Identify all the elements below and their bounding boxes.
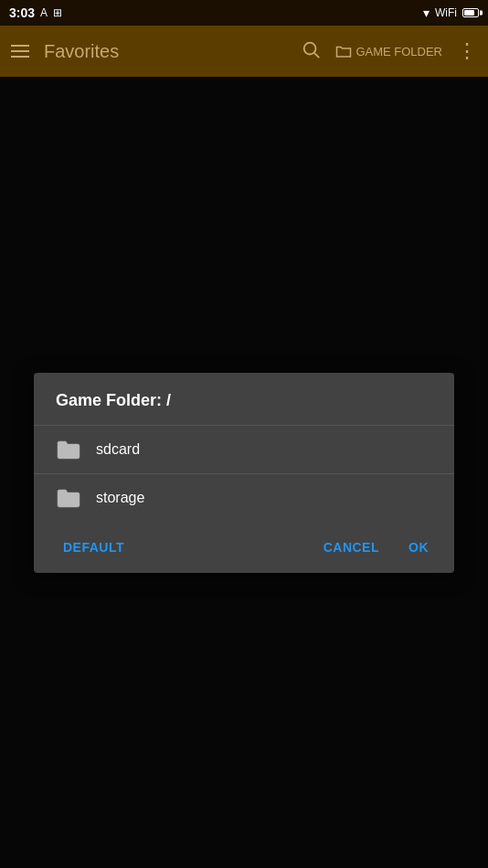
folder-icon (56, 487, 81, 509)
dialog-actions-right: CANCEL OK (313, 533, 440, 562)
game-folder-label: GAME FOLDER (355, 45, 442, 58)
toolbar-title: Favorites (44, 41, 286, 62)
wifi-icon: ▾ (423, 5, 430, 20)
svg-point-0 (304, 42, 316, 54)
status-icon-a: A (40, 6, 48, 19)
svg-line-1 (315, 53, 320, 58)
dialog-title: Game Folder: / (34, 373, 454, 425)
search-icon[interactable] (301, 39, 321, 64)
folder-icon (56, 439, 81, 460)
storage-label: storage (96, 490, 144, 506)
toolbar-actions: GAME FOLDER ⋮ (301, 39, 477, 64)
game-folder-button[interactable]: GAME FOLDER (335, 44, 442, 58)
more-icon[interactable]: ⋮ (457, 39, 477, 63)
battery-icon (462, 8, 479, 17)
list-item[interactable]: storage (34, 473, 454, 522)
dialog-actions: DEFAULT CANCEL OK (34, 522, 454, 573)
dialog-overlay: Game Folder: / sdcard (0, 77, 488, 868)
status-icon-grid: ⊞ (53, 6, 62, 19)
list-item[interactable]: sdcard (34, 425, 454, 473)
main-content: Game Folder: / sdcard (0, 77, 488, 868)
default-button[interactable]: DEFAULT (56, 533, 132, 562)
menu-icon[interactable] (11, 45, 29, 58)
status-time: 3:03 (9, 5, 35, 20)
wifi-signal-icon: WiFi (435, 6, 457, 19)
status-bar-left: 3:03 A ⊞ (9, 5, 62, 20)
status-bar-right: ▾ WiFi (423, 5, 479, 20)
ok-button[interactable]: OK (398, 533, 440, 562)
status-bar: 3:03 A ⊞ ▾ WiFi (0, 0, 488, 26)
sdcard-label: sdcard (96, 441, 140, 458)
dialog-list: sdcard storage (34, 425, 454, 522)
toolbar: Favorites GAME FOLDER ⋮ (0, 26, 488, 77)
dialog: Game Folder: / sdcard (34, 373, 454, 573)
cancel-button[interactable]: CANCEL (313, 533, 390, 562)
